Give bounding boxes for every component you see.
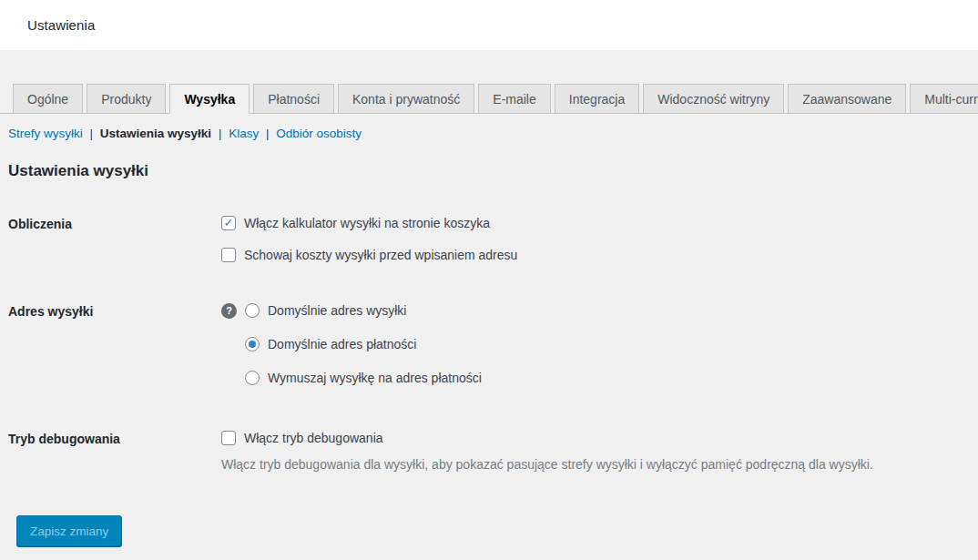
option-label: Domyślnie adres płatności [268,336,416,352]
subnav-separator: | [266,127,270,140]
option-schowaj-koszty[interactable]: ✓ Schowaj koszty wysyłki przed wpisaniem… [221,247,960,263]
radio-dot [249,341,256,348]
option-label: Domyślnie adres wysyłki [268,302,406,319]
row-label-obliczenia: Obliczenia [8,215,221,232]
obliczenia-options: ✓ Włącz kalkulator wysyłki na stronie ko… [221,215,960,263]
radio-domyslnie-adres-platnosci[interactable] [245,337,260,351]
tab-platnosci[interactable]: Płatności [253,84,334,114]
tab-widocznosc-witryny[interactable]: Widoczność witryny [643,84,784,114]
subnav-item-strefy-wysylki[interactable]: Strefy wysyłki [8,127,83,140]
checkbox-wlacz-tryb-debugowania[interactable]: ✓ [221,431,236,445]
form-row-adres-wysylki: Adres wysyłki ? Domyślnie adres wysyłki … [8,302,960,386]
settings-content: Strefy wysyłki | Ustawienia wysyłki | Kl… [0,114,978,560]
save-changes-button[interactable]: Zapisz zmiany [16,515,122,546]
option-label: Włącz kalkulator wysyłki na stronie kosz… [244,215,490,231]
shipping-subnav: Strefy wysyłki | Ustawienia wysyłki | Kl… [8,126,960,141]
checkbox-wlacz-kalkulator[interactable]: ✓ [221,216,236,230]
tryb-debugowania-options: ✓ Włącz tryb debugowania Włącz tryb debu… [221,430,960,473]
option-label: Wymuszaj wysyłkę na adres płatności [268,370,482,386]
option-wymuszaj-wysylke[interactable]: Wymuszaj wysyłkę na adres płatności [245,370,960,386]
checkbox-schowaj-koszty[interactable]: ✓ [221,248,236,262]
settings-tab-bar: Ogólne Produkty Wysyłka Płatności Konta … [0,50,978,114]
subnav-separator: | [90,127,94,140]
option-label: Schowaj koszty wysyłki przed wpisaniem a… [244,247,517,263]
page-header: Ustawienia [0,0,978,50]
help-icon[interactable]: ? [221,303,237,319]
row-label-tryb-debugowania: Tryb debugowania [8,430,221,447]
option-label: Włącz tryb debugowania [244,430,383,446]
radio-domyslnie-adres-wysylki[interactable] [245,303,260,318]
row-label-adres-wysylki: Adres wysyłki [8,302,221,320]
subnav-item-odbior-osobisty[interactable]: Odbiór osobisty [276,127,362,140]
tab-wysylka[interactable]: Wysyłka [169,84,250,114]
tab-ogolne[interactable]: Ogólne [13,84,83,114]
tab-produkty[interactable]: Produkty [87,84,166,114]
tab-integracja[interactable]: Integracja [555,84,639,114]
subnav-item-klasy[interactable]: Klasy [229,127,259,140]
form-row-obliczenia: Obliczenia ✓ Włącz kalkulator wysyłki na… [8,215,960,263]
tab-konta-i-prywatnosc[interactable]: Konta i prywatność [338,84,474,114]
subnav-item-ustawienia-wysylki[interactable]: Ustawienia wysyłki [100,127,211,140]
section-heading: Ustawienia wysyłki [8,162,960,180]
tab-zaawansowane[interactable]: Zaawansowane [788,84,906,114]
option-domyslnie-adres-wysylki[interactable]: ? Domyślnie adres wysyłki [221,302,960,319]
option-wlacz-tryb-debugowania[interactable]: ✓ Włącz tryb debugowania [221,430,960,446]
tab-multi-currency[interactable]: Multi-currency [910,84,978,114]
settings-page: Ustawienia Ogólne Produkty Wysyłka Płatn… [0,0,978,560]
form-row-tryb-debugowania: Tryb debugowania ✓ Włącz tryb debugowani… [8,430,960,473]
option-wlacz-kalkulator[interactable]: ✓ Włącz kalkulator wysyłki na stronie ko… [221,215,960,231]
checkmark-icon: ✓ [224,217,234,229]
radio-wymuszaj-wysylke[interactable] [245,371,260,385]
tab-e-maile[interactable]: E-maile [478,84,550,114]
adres-wysylki-options: ? Domyślnie adres wysyłki Domyślnie adre… [221,302,960,386]
subnav-separator: | [219,127,222,140]
option-domyslnie-adres-platnosci[interactable]: Domyślnie adres płatności [245,336,960,352]
page-title: Ustawienia [27,17,95,33]
debug-mode-description: Włącz tryb debugowania dla wysyłki, aby … [221,456,960,473]
